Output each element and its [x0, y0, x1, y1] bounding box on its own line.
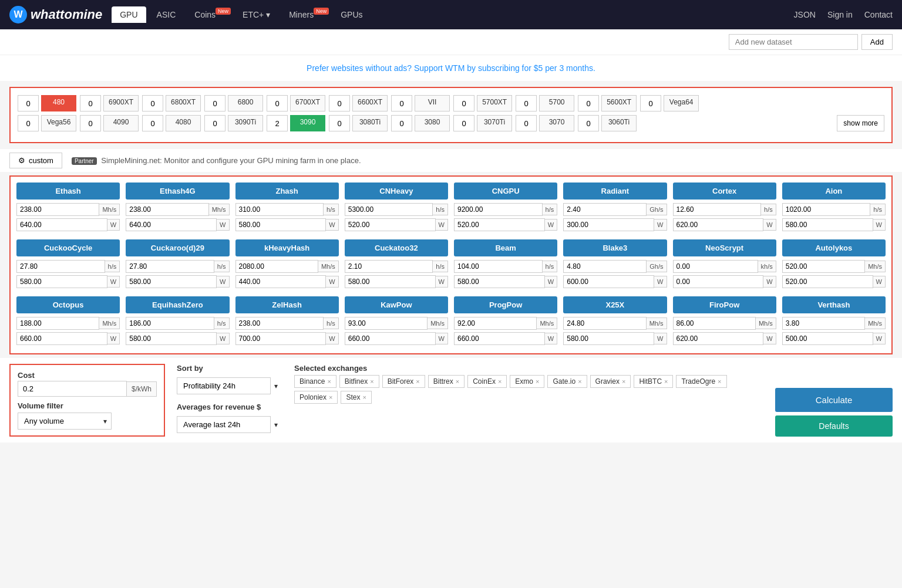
calculate-button[interactable]: Calculate [775, 388, 893, 412]
algo-hashrate-input[interactable] [782, 260, 865, 273]
gpu-count-input[interactable] [267, 95, 288, 111]
nav-contact[interactable]: Contact [864, 10, 893, 19]
gpu-count-input[interactable] [18, 95, 39, 111]
algo-power-input[interactable] [673, 275, 764, 288]
gpu-count-input[interactable] [204, 115, 226, 131]
exchange-remove-button[interactable]: × [498, 378, 502, 385]
gpu-count-input[interactable] [578, 115, 599, 131]
exchange-remove-button[interactable]: × [363, 394, 366, 401]
custom-button[interactable]: ⚙ custom [9, 153, 62, 168]
algo-hashrate-input[interactable] [563, 317, 646, 330]
gpu-count-input[interactable] [391, 115, 412, 131]
gpu-count-input[interactable] [329, 95, 350, 111]
dataset-add-button[interactable]: Add [861, 34, 893, 50]
algo-hashrate-input[interactable] [454, 317, 537, 330]
algo-power-input[interactable] [16, 218, 107, 231]
gpu-count-input[interactable] [391, 95, 412, 111]
algo-power-input[interactable] [345, 275, 436, 288]
algo-hashrate-input[interactable] [235, 203, 324, 216]
cost-input[interactable] [18, 381, 127, 397]
volume-select[interactable]: Any volume [18, 413, 112, 430]
gpu-count-input[interactable] [267, 115, 288, 131]
algo-power-input[interactable] [454, 332, 545, 345]
avg-select[interactable]: Average last 24h [177, 416, 271, 433]
sort-select[interactable]: Profitability 24h [177, 377, 271, 394]
algo-hashrate-input[interactable] [673, 203, 762, 216]
algo-hashrate-input[interactable] [16, 203, 99, 216]
exchange-remove-button[interactable]: × [664, 378, 668, 385]
algo-hashrate-input[interactable] [16, 260, 105, 273]
algo-hashrate-input[interactable] [345, 203, 433, 216]
algo-hashrate-input[interactable] [454, 203, 543, 216]
algo-hashrate-input[interactable] [345, 317, 428, 330]
gpu-count-input[interactable] [142, 95, 163, 111]
gpu-count-input[interactable] [578, 95, 599, 111]
gpu-count-input[interactable] [80, 115, 101, 131]
gpu-count-input[interactable] [329, 115, 350, 131]
nav-coins[interactable]: Coins New [186, 6, 232, 23]
exchange-remove-button[interactable]: × [622, 378, 625, 385]
gpu-count-input[interactable] [453, 115, 474, 131]
algo-power-input[interactable] [673, 218, 764, 231]
exchange-remove-button[interactable]: × [578, 378, 581, 385]
exchange-remove-button[interactable]: × [370, 378, 373, 385]
algo-power-input[interactable] [563, 218, 654, 231]
algo-power-input[interactable] [16, 275, 107, 288]
algo-power-input[interactable] [673, 332, 764, 345]
algo-hashrate-input[interactable] [235, 260, 318, 273]
gpu-count-input[interactable] [142, 115, 163, 131]
exchange-remove-button[interactable]: × [416, 378, 419, 385]
dataset-input[interactable] [729, 34, 858, 50]
algo-hashrate-input[interactable] [673, 317, 756, 330]
algo-hashrate-input[interactable] [235, 317, 324, 330]
algo-power-input[interactable] [126, 332, 217, 345]
algo-power-input[interactable] [454, 218, 545, 231]
algo-power-input[interactable] [16, 332, 107, 345]
gpu-count-input[interactable] [453, 95, 474, 111]
gpu-count-input[interactable] [18, 115, 39, 131]
algo-hashrate-input[interactable] [673, 260, 758, 273]
algo-hashrate-input[interactable] [126, 203, 208, 216]
nav-gpu[interactable]: GPU [112, 6, 146, 23]
defaults-button[interactable]: Defaults [775, 415, 893, 437]
gpu-count-input[interactable] [80, 95, 101, 111]
exchange-remove-button[interactable]: × [718, 378, 721, 385]
nav-asic[interactable]: ASIC [149, 6, 184, 23]
algo-power-input[interactable] [235, 332, 327, 345]
algo-hashrate-input[interactable] [16, 317, 99, 330]
algo-hashrate-input[interactable] [126, 260, 214, 273]
nav-gpus[interactable]: GPUs [332, 6, 371, 23]
algo-power-input[interactable] [345, 332, 436, 345]
exchange-remove-button[interactable]: × [536, 378, 539, 385]
algo-hashrate-input[interactable] [454, 260, 543, 273]
gpu-count-input[interactable] [516, 95, 537, 111]
algo-hashrate-input[interactable] [782, 317, 865, 330]
algo-power-input[interactable] [235, 275, 327, 288]
algo-power-input[interactable] [782, 275, 873, 288]
algo-hashrate-input[interactable] [782, 203, 871, 216]
algo-power-input[interactable] [235, 218, 327, 231]
gpu-count-input[interactable] [516, 115, 537, 131]
logo[interactable]: W whattomine [9, 6, 102, 23]
algo-hashrate-input[interactable] [126, 317, 214, 330]
algo-hashrate-input[interactable] [345, 260, 433, 273]
algo-power-input[interactable] [126, 218, 217, 231]
algo-power-input[interactable] [782, 332, 873, 345]
algo-power-input[interactable] [126, 275, 217, 288]
algo-power-input[interactable] [782, 218, 873, 231]
nav-signin[interactable]: Sign in [827, 10, 853, 19]
nav-etcplus[interactable]: ETC+ ▾ [234, 6, 278, 23]
nav-miners[interactable]: Miners New [281, 6, 330, 23]
gpu-count-input[interactable] [640, 95, 661, 111]
nav-json[interactable]: JSON [794, 10, 816, 19]
algo-hashrate-input[interactable] [563, 260, 647, 273]
algo-power-input[interactable] [454, 275, 545, 288]
show-more-button[interactable]: show more [837, 115, 884, 131]
exchange-remove-button[interactable]: × [456, 378, 459, 385]
algo-hashrate-input[interactable] [563, 203, 647, 216]
algo-power-input[interactable] [345, 218, 436, 231]
exchange-remove-button[interactable]: × [327, 378, 331, 385]
gpu-count-input[interactable] [204, 95, 226, 111]
algo-power-input[interactable] [563, 332, 654, 345]
algo-power-input[interactable] [563, 275, 654, 288]
